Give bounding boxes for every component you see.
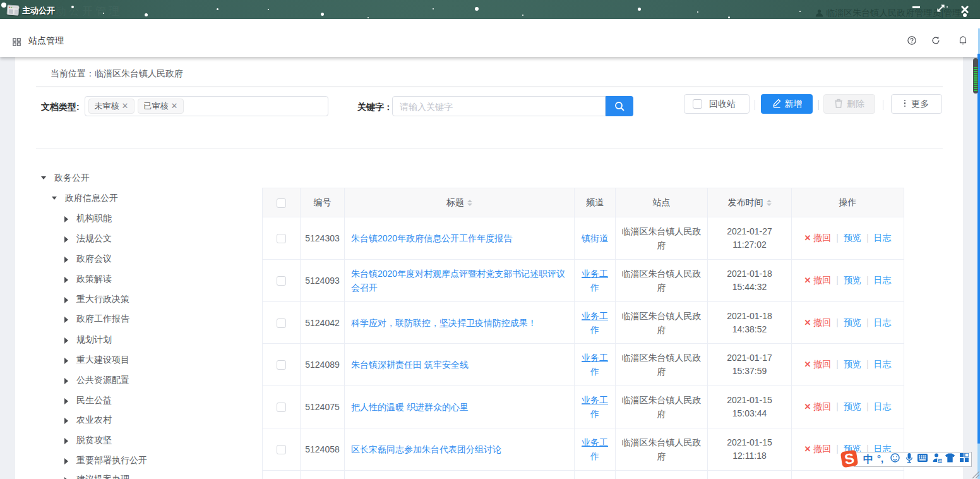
svg-text:19: 19 — [938, 459, 942, 463]
